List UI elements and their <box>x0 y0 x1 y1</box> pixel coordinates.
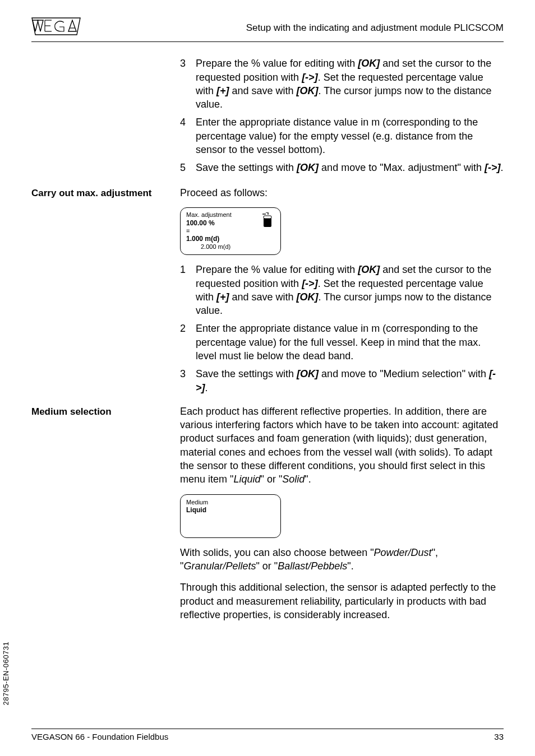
list-text: Save the settings with [OK] and move to … <box>196 367 504 395</box>
list-number: 5 <box>180 161 196 174</box>
header-title: Setup with the indicating and adjustment… <box>246 22 504 35</box>
list-number: 2 <box>180 322 196 363</box>
list-number: 1 <box>180 263 196 317</box>
tank-icon <box>262 212 275 228</box>
document-id-vertical: 28795-EN-060731 <box>1 642 11 706</box>
svg-marker-1 <box>38 20 43 31</box>
lcd-medium-value: Liquid <box>186 506 275 515</box>
lcd-equals: = <box>186 228 275 235</box>
instruction-list-max: 1Prepare the % value for editing with [O… <box>180 263 504 395</box>
max-adj-intro: Proceed as follows: <box>180 186 504 200</box>
list-text: Prepare the % value for editing with [OK… <box>196 263 504 317</box>
footer-left: VEGASON 66 - Foundation Fieldbus <box>31 731 168 743</box>
lcd-medium-title: Medium <box>186 498 275 506</box>
section-label-max-adjustment: Carry out max. adjustment <box>31 186 180 399</box>
vega-logo <box>31 17 81 39</box>
list-item: 5Save the settings with [OK] and move to… <box>180 161 504 174</box>
medium-para-2: With solids, you can also choose between… <box>180 546 504 573</box>
list-item: 4Enter the appropriate distance value in… <box>180 115 504 156</box>
list-text: Prepare the % value for editing with [OK… <box>196 57 504 111</box>
list-item: 2Enter the appropriate distance value in… <box>180 322 504 363</box>
svg-rect-10 <box>264 216 271 219</box>
instruction-list-top: 3Prepare the % value for editing with [O… <box>180 57 504 174</box>
lcd-medium: Medium Liquid <box>180 494 281 538</box>
list-number: 3 <box>180 367 196 395</box>
list-item: 3Prepare the % value for editing with [O… <box>180 57 504 111</box>
section-label-medium-selection: Medium selection <box>31 405 180 629</box>
lcd-alt-distance: 2.000 m(d) <box>186 243 275 251</box>
list-number: 4 <box>180 115 196 156</box>
svg-marker-6 <box>68 20 76 31</box>
list-text: Save the settings with [OK] and move to … <box>196 161 504 174</box>
lcd-percent: 100.00 % <box>186 219 275 228</box>
list-number: 3 <box>180 57 196 111</box>
list-item: 1Prepare the % value for editing with [O… <box>180 263 504 317</box>
list-text: Enter the appropriate distance value in … <box>196 115 504 156</box>
list-item: 3Save the settings with [OK] and move to… <box>180 367 504 395</box>
footer-page-number: 33 <box>494 731 504 743</box>
lcd-distance: 1.000 m(d) <box>186 235 275 243</box>
medium-para-1: Each product has different reflective pr… <box>180 405 504 486</box>
lcd-max-adjustment: Max. adjustment 100.00 % = 1.000 m(d) 2.… <box>180 207 281 255</box>
list-text: Enter the appropriate distance value in … <box>196 322 504 363</box>
medium-para-3: Through this additional selection, the s… <box>180 581 504 622</box>
lcd-title: Max. adjustment <box>186 211 275 219</box>
